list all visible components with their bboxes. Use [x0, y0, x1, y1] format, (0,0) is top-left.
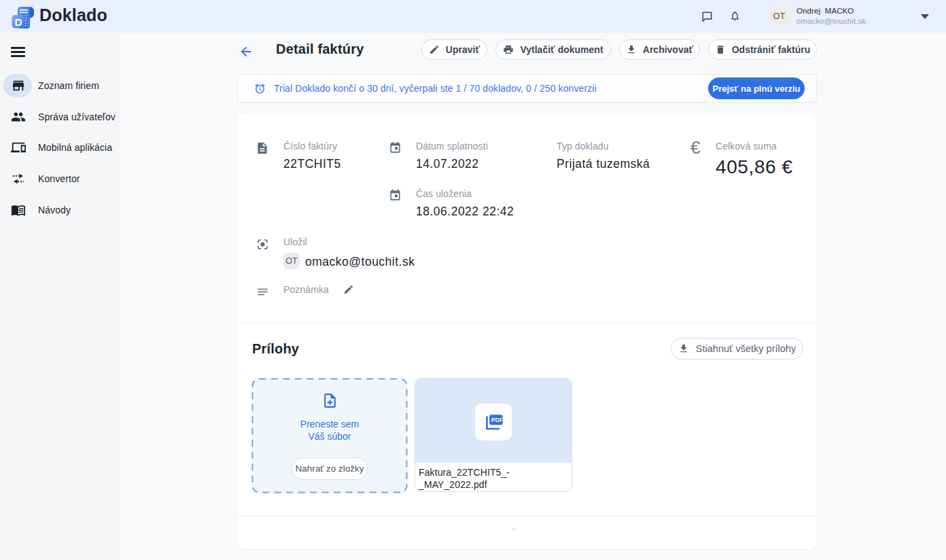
svg-text:D: D: [15, 16, 22, 27]
svg-text:PDF: PDF: [491, 417, 503, 423]
